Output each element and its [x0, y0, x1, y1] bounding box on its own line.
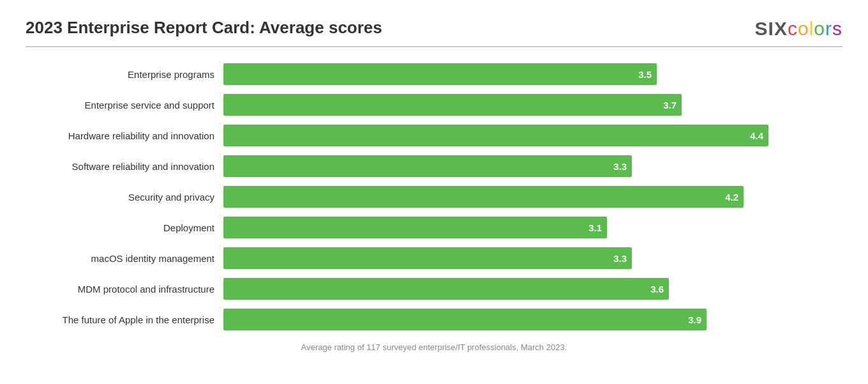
chart-area: Enterprise programs3.5Enterprise service… — [26, 59, 842, 335]
bar-label: Enterprise service and support — [26, 100, 223, 111]
bar-track: 3.9 — [223, 309, 842, 330]
bar-label: Hardware reliability and innovation — [26, 130, 223, 141]
main-container: 2023 Enterprise Report Card: Average sco… — [0, 0, 868, 384]
chart-title: 2023 Enterprise Report Card: Average sco… — [26, 18, 382, 38]
bar-label: MDM protocol and infrastructure — [26, 284, 223, 295]
bar-track: 3.3 — [223, 155, 842, 177]
bar-value: 4.4 — [750, 130, 763, 141]
bar-label: Software reliability and innovation — [26, 161, 223, 172]
bar-track: 3.6 — [223, 278, 842, 300]
bar-row: Enterprise programs3.5 — [26, 59, 842, 89]
bar-value: 4.2 — [725, 192, 738, 203]
bar-value: 3.6 — [650, 284, 664, 295]
bar-value: 3.9 — [688, 314, 701, 325]
bar-track: 4.2 — [223, 186, 842, 208]
bar-label: macOS identity management — [26, 253, 223, 264]
footer-note: Average rating of 117 surveyed enterpris… — [26, 342, 842, 352]
bar-row: macOS identity management3.3 — [26, 243, 842, 273]
bar: 3.7 — [223, 94, 682, 116]
bar-value: 3.3 — [613, 161, 627, 172]
bar: 3.9 — [223, 309, 707, 330]
bar-row: The future of Apple in the enterprise3.9 — [26, 304, 842, 335]
bar: 3.1 — [223, 217, 607, 238]
bar: 3.6 — [223, 278, 669, 300]
bar-track: 3.7 — [223, 94, 842, 116]
bar-value: 3.7 — [663, 100, 677, 111]
bar-label: Enterprise programs — [26, 69, 223, 80]
sixcolors-logo: SIXcolors — [755, 18, 842, 40]
bar-track: 3.3 — [223, 247, 842, 269]
bar-row: Deployment3.1 — [26, 212, 842, 243]
chart-header: 2023 Enterprise Report Card: Average sco… — [26, 18, 842, 47]
bar-track: 4.4 — [223, 125, 842, 146]
bar: 4.2 — [223, 186, 744, 208]
bar: 3.3 — [223, 155, 632, 177]
logo-six: SIX — [755, 18, 788, 40]
bar-row: Security and privacy4.2 — [26, 181, 842, 212]
bar-label: The future of Apple in the enterprise — [26, 314, 223, 325]
bar-row: Software reliability and innovation3.3 — [26, 151, 842, 181]
bar-row: MDM protocol and infrastructure3.6 — [26, 273, 842, 304]
bar-row: Hardware reliability and innovation4.4 — [26, 120, 842, 151]
bar-value: 3.1 — [588, 222, 602, 233]
bar-value: 3.5 — [638, 69, 652, 80]
bar: 4.4 — [223, 125, 768, 146]
bar-row: Enterprise service and support3.7 — [26, 89, 842, 120]
bar-track: 3.5 — [223, 63, 842, 85]
bar-track: 3.1 — [223, 217, 842, 238]
bar: 3.5 — [223, 63, 657, 85]
bar-label: Deployment — [26, 222, 223, 233]
bar-label: Security and privacy — [26, 192, 223, 203]
bar-value: 3.3 — [613, 253, 627, 264]
bar: 3.3 — [223, 247, 632, 269]
